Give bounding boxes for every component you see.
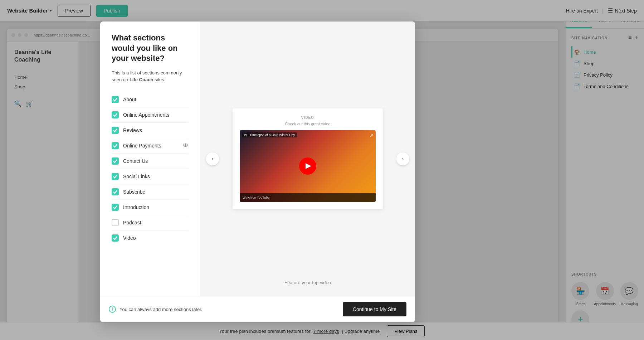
modal-title: What sections would you like on your web… (112, 33, 189, 64)
subtitle-bold: Life Coach (130, 77, 153, 82)
section-subscribe: Subscribe (112, 184, 189, 200)
section-social-links: Social Links (112, 169, 189, 184)
modal-left-panel: What sections would you like on your web… (100, 21, 200, 296)
preview-next-arrow[interactable]: › (396, 152, 409, 165)
preview-card-label: VIDEO (240, 116, 376, 120)
checkbox-video[interactable] (112, 234, 119, 242)
info-icon: i (109, 306, 116, 313)
modal-footer-info: i You can always add more sections later… (109, 306, 203, 313)
label-social-links: Social Links (123, 174, 189, 179)
checkbox-about[interactable] (112, 96, 119, 103)
checkbox-online-appointments[interactable] (112, 111, 119, 118)
preview-card-sub: Check out this great video (240, 122, 376, 126)
section-online-payments: Online Payments 👁 (112, 138, 189, 154)
checkbox-subscribe[interactable] (112, 188, 119, 195)
video-overlay (240, 130, 376, 202)
youtube-label: Watch on YouTube (243, 196, 269, 199)
section-online-appointments: Online Appointments (112, 107, 189, 123)
checkbox-podcast[interactable] (112, 219, 119, 226)
checkbox-contact-us[interactable] (112, 157, 119, 165)
label-video: Video (123, 235, 189, 241)
play-button[interactable] (299, 157, 316, 175)
eye-online-payments[interactable]: 👁 (183, 142, 189, 149)
modal-right-panel: ‹ › VIDEO Check out this great video W ·… (200, 21, 415, 296)
modal-body: What sections would you like on your web… (100, 21, 415, 296)
label-contact-us: Contact Us (123, 158, 189, 164)
label-podcast: Podcast (123, 220, 189, 225)
checkbox-reviews[interactable] (112, 127, 119, 134)
preview-video-thumb: W · Timelapse of a Cold Winter Day ↗ Wat… (240, 130, 376, 202)
sections-checkbox-list: About Online Appointments Re (112, 92, 189, 287)
label-about: About (123, 97, 189, 102)
modal-overlay: × What sections would you like on your w… (0, 0, 644, 340)
label-introduction: Introduction (123, 204, 189, 210)
section-reviews: Reviews (112, 123, 189, 138)
label-online-payments: Online Payments (123, 143, 179, 149)
label-online-appointments: Online Appointments (123, 112, 189, 118)
modal-subtitle: This is a list of sections commonly seen… (112, 69, 189, 83)
subtitle-post: sites. (153, 77, 165, 82)
preview-prev-arrow[interactable]: ‹ (206, 152, 219, 165)
section-contact-us: Contact Us (112, 154, 189, 169)
section-introduction: Introduction (112, 200, 189, 215)
sections-modal: × What sections would you like on your w… (100, 21, 415, 322)
modal-footer: i You can always add more sections later… (100, 296, 415, 322)
continue-button[interactable]: Continue to My Site (343, 302, 406, 316)
section-about: About (112, 92, 189, 107)
label-subscribe: Subscribe (123, 189, 189, 195)
section-video: Video (112, 230, 189, 246)
section-podcast: Podcast (112, 215, 189, 230)
feature-text: Feature your top video (200, 280, 415, 285)
footer-info-text: You can always add more sections later. (119, 307, 203, 312)
modal-preview-card: VIDEO Check out this great video W · Tim… (233, 108, 383, 209)
checkbox-introduction[interactable] (112, 204, 119, 211)
label-reviews: Reviews (123, 127, 189, 133)
youtube-bar: Watch on YouTube (240, 193, 376, 202)
checkbox-social-links[interactable] (112, 173, 119, 180)
checkbox-online-payments[interactable] (112, 142, 119, 149)
